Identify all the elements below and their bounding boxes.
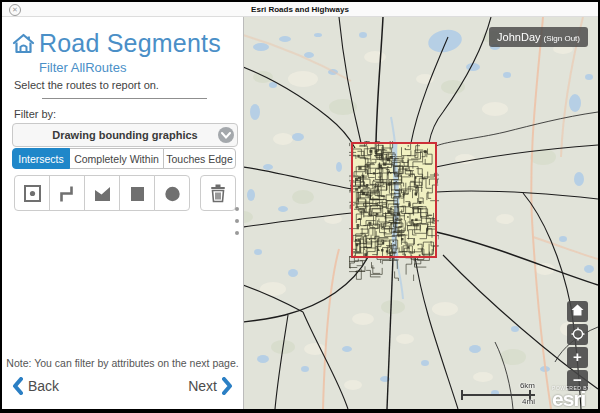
locate-button[interactable] <box>567 324 588 345</box>
home-icon <box>571 304 584 316</box>
next-button[interactable]: Next <box>188 377 233 395</box>
basemap <box>244 17 598 409</box>
polygon-icon <box>92 183 113 204</box>
esri-logo: POWERED BY esri <box>552 385 591 406</box>
zoom-in-button[interactable]: + <box>567 347 588 368</box>
circle-icon <box>162 183 183 204</box>
scale-bar: 6km 4mi <box>461 385 535 407</box>
app-window: ✕ Esri Roads and Highways Road Segments … <box>0 0 600 413</box>
user-button[interactable]: JohnDay(Sign Out) <box>489 27 588 47</box>
panel-header: Road Segments <box>12 29 221 58</box>
tab-completely-within[interactable]: Completely Within <box>69 148 164 169</box>
home-icon <box>12 33 35 55</box>
filter-dropdown[interactable]: Drawing bounding graphics <box>12 123 238 147</box>
scale-km-label: 6km <box>520 381 535 390</box>
draw-point-button[interactable] <box>14 175 50 211</box>
page-subtitle: Filter AllRoutes <box>39 60 126 75</box>
panel-resize-handle[interactable] <box>235 207 241 235</box>
trash-icon <box>207 182 229 204</box>
tab-intersects[interactable]: Intersects <box>12 148 70 169</box>
back-label: Back <box>28 378 59 394</box>
locate-icon <box>571 327 585 341</box>
instruction-text: Select the routes to report on. <box>14 79 159 91</box>
next-label: Next <box>188 378 217 394</box>
tab-touches-edge[interactable]: Touches Edge <box>163 148 236 169</box>
chevron-left-icon <box>12 377 23 395</box>
user-name: JohnDay <box>497 31 540 43</box>
chevron-down-icon <box>218 127 234 143</box>
rectangle-icon <box>127 183 148 204</box>
note-text: Note: You can filter by attributes on th… <box>2 357 243 369</box>
wizard-nav: Back Next <box>12 377 233 399</box>
clear-graphics-button[interactable] <box>200 175 236 211</box>
scale-mi-label: 4mi <box>522 397 535 406</box>
powered-by-label: POWERED BY <box>552 385 591 391</box>
draw-rectangle-button[interactable] <box>119 175 155 211</box>
page-title: Road Segments <box>39 29 221 58</box>
point-icon <box>22 183 43 204</box>
map-canvas[interactable]: JohnDay(Sign Out) + − 6km 4mi POWERED BY… <box>243 17 598 409</box>
spatial-filter-tabs: Intersects Completely Within Touches Edg… <box>12 148 236 169</box>
filter-dropdown-value: Drawing bounding graphics <box>13 124 237 146</box>
home-extent-button[interactable] <box>567 301 588 322</box>
chevron-right-icon <box>222 377 233 395</box>
draw-polyline-button[interactable] <box>49 175 85 211</box>
draw-circle-button[interactable] <box>154 175 190 211</box>
back-button[interactable]: Back <box>12 377 59 395</box>
titlebar: ✕ Esri Roads and Highways <box>2 2 598 17</box>
window-title: Esri Roads and Highways <box>2 2 598 16</box>
divider <box>42 98 207 99</box>
left-panel: Road Segments Filter AllRoutes Select th… <box>2 17 243 409</box>
esri-brand: esri <box>552 391 591 406</box>
draw-tools <box>14 175 190 211</box>
polyline-icon <box>57 183 78 204</box>
filter-by-label: Filter by: <box>14 108 56 120</box>
draw-polygon-button[interactable] <box>84 175 120 211</box>
sign-out-label: (Sign Out) <box>544 34 580 43</box>
